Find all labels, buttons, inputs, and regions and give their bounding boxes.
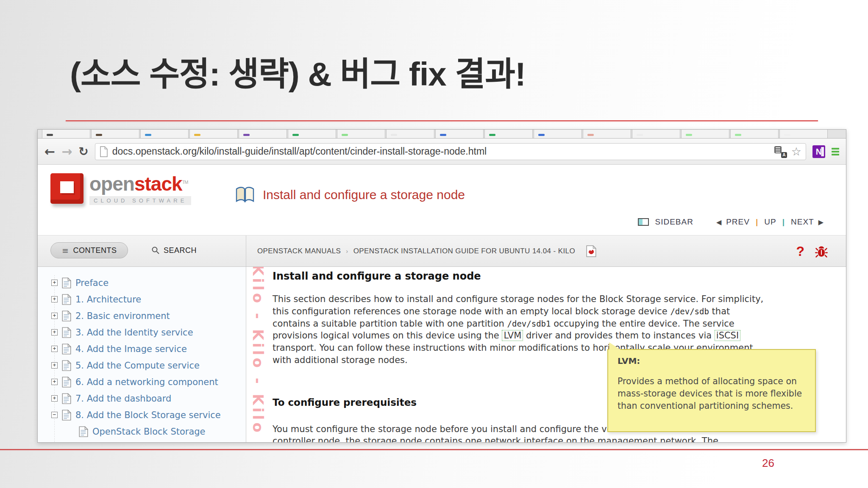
reload-button[interactable]: ↻ xyxy=(78,146,88,158)
tree-item-label[interactable]: 4. Add the Image service xyxy=(75,344,187,354)
doc-nav-links: SIDEBAR ◀PREV | UP | NEXT▶ xyxy=(638,217,824,227)
pdf-icon[interactable] xyxy=(586,245,596,257)
document-icon xyxy=(79,426,88,437)
tab-favicon xyxy=(735,134,741,136)
page-icon xyxy=(100,146,108,157)
document-icon xyxy=(62,344,71,355)
browser-tab[interactable] xyxy=(189,130,238,138)
browser-tab[interactable] xyxy=(730,130,779,138)
tree-expander-icon[interactable]: + xyxy=(51,346,58,352)
tree-expander-icon[interactable]: − xyxy=(51,412,58,418)
browser-tab[interactable] xyxy=(337,130,385,138)
tree-item-label[interactable]: 8. Add the Block Storage service xyxy=(75,410,221,420)
onenote-extension-icon[interactable]: N xyxy=(812,145,825,158)
sidebar-toggle-icon[interactable] xyxy=(638,218,649,226)
address-bar[interactable]: docs.openstack.org/kilo/install-guide/in… xyxy=(95,143,806,160)
logo-tagline: CLOUD SOFTWARE xyxy=(89,196,191,205)
sidebar-tree-item[interactable]: + 6. Add a networking component xyxy=(51,374,246,390)
tab-favicon xyxy=(292,134,299,136)
tree-expander-icon[interactable]: + xyxy=(51,395,58,402)
tree-item-label[interactable]: 5. Add the Compute service xyxy=(75,360,200,371)
sidebar-tree-item[interactable]: + 5. Add the Compute service xyxy=(51,357,246,374)
tree-item-label[interactable]: 3. Add the Identity service xyxy=(75,327,193,338)
breadcrumb-separator-icon: › xyxy=(346,247,348,255)
search-tab[interactable]: SEARCH xyxy=(151,242,197,258)
browser-tab[interactable] xyxy=(42,130,90,138)
browser-tab[interactable] xyxy=(435,130,484,138)
prev-link[interactable]: ◀PREV xyxy=(716,217,750,227)
site-header: openstackTM CLOUD SOFTWARE Install and c… xyxy=(38,165,846,235)
browser-tab[interactable] xyxy=(239,130,287,138)
sidebar-tree-item[interactable]: + 1. Architecture xyxy=(51,291,246,308)
sidebar-tree-item[interactable] xyxy=(68,440,246,443)
sidebar-tree-item[interactable]: + 3. Add the Identity service xyxy=(51,324,246,341)
tree-item-label[interactable]: OpenStack Block Storage xyxy=(92,427,206,437)
browser-tab[interactable] xyxy=(484,130,533,138)
sidebar-tree-item[interactable]: OpenStack Block Storage xyxy=(68,423,246,440)
breadcrumb: OPENSTACK MANUALS › OPENSTACK INSTALLATI… xyxy=(257,245,596,257)
tree-item-label[interactable]: Preface xyxy=(75,278,108,288)
browser-menu-icon[interactable] xyxy=(832,147,839,156)
translate-icon[interactable]: A xyxy=(774,145,787,158)
browser-tab[interactable] xyxy=(91,130,139,138)
document-icon xyxy=(62,410,71,421)
url-text[interactable]: docs.openstack.org/kilo/install-guide/in… xyxy=(112,146,770,157)
content-heading: Install and configure a storage node xyxy=(273,270,773,282)
contents-tab[interactable]: ≡ CONTENTS xyxy=(50,242,128,258)
sidebar-tree-item[interactable]: + 2. Basic environment xyxy=(51,308,246,324)
browser-tab[interactable] xyxy=(779,130,828,138)
openstack-wordmark: openstackTM xyxy=(89,174,191,194)
breadcrumb-guide[interactable]: OPENSTACK INSTALLATION GUIDE FOR UBUNTU … xyxy=(353,247,575,255)
document-icon xyxy=(62,393,71,404)
tab-favicon xyxy=(587,134,594,136)
help-icon[interactable]: ? xyxy=(796,244,804,259)
browser-tab[interactable] xyxy=(681,130,729,138)
sidebar-tree-item[interactable]: + Preface xyxy=(51,274,246,291)
bookmark-star-icon[interactable]: ☆ xyxy=(791,146,801,157)
tree-expander-icon[interactable]: + xyxy=(51,329,58,336)
tree-expander-icon[interactable]: + xyxy=(51,362,58,369)
tree-item-label[interactable]: 7. Add the dashboard xyxy=(75,394,171,404)
sidebar-toggle-label[interactable]: SIDEBAR xyxy=(655,217,693,227)
tab-favicon xyxy=(391,134,397,136)
tab-favicon xyxy=(440,134,446,136)
browser-tab[interactable] xyxy=(386,130,434,138)
document-icon xyxy=(62,360,71,371)
back-button[interactable]: ← xyxy=(45,145,55,158)
document-icon xyxy=(62,277,71,288)
sidebar-tree-item[interactable]: + 7. Add the dashboard xyxy=(51,390,246,407)
sidebar-tree-item[interactable]: + 4. Add the Image service xyxy=(51,341,246,357)
forward-button[interactable]: → xyxy=(61,145,72,158)
browser-toolbar: ← → ↻ docs.openstack.org/kilo/install-gu… xyxy=(38,139,846,165)
browser-window: ← → ↻ docs.openstack.org/kilo/install-gu… xyxy=(37,129,846,443)
document-icon xyxy=(62,311,71,322)
next-link[interactable]: NEXT▶ xyxy=(791,217,824,227)
browser-tab[interactable] xyxy=(288,130,336,138)
nav-separator: | xyxy=(756,217,758,227)
browser-tab[interactable] xyxy=(583,130,631,138)
breadcrumb-manuals[interactable]: OPENSTACK MANUALS xyxy=(257,247,341,255)
contents-label: CONTENTS xyxy=(73,246,117,255)
tree-item-label[interactable]: 1. Architecture xyxy=(75,294,141,305)
tab-favicon xyxy=(342,134,348,136)
browser-tab[interactable] xyxy=(632,130,680,138)
sidebar-tree-item[interactable]: − 8. Add the Block Storage service xyxy=(51,407,246,423)
title-underline xyxy=(66,120,818,121)
report-bug-icon[interactable] xyxy=(815,245,828,258)
slide-title: (소스 수정: 생략) & 버그 fix 결과! xyxy=(70,47,790,95)
book-icon xyxy=(235,186,255,204)
openstack-logo[interactable]: openstackTM CLOUD SOFTWARE xyxy=(50,173,191,205)
browser-tab[interactable] xyxy=(534,130,582,138)
page-title: Install and configure a storage node xyxy=(263,188,465,202)
tree-item-label[interactable]: 2. Basic environment xyxy=(75,311,170,321)
tab-favicon xyxy=(96,134,102,136)
tree-expander-icon[interactable]: + xyxy=(51,280,58,286)
tab-favicon xyxy=(194,134,200,136)
tree-expander-icon[interactable]: + xyxy=(51,379,58,385)
tree-item-label[interactable]: 6. Add a networking component xyxy=(75,377,218,387)
up-link[interactable]: UP xyxy=(764,217,776,227)
tree-expander-icon[interactable]: + xyxy=(51,313,58,319)
tree-expander-icon[interactable]: + xyxy=(51,296,58,302)
browser-tab[interactable] xyxy=(140,130,189,138)
tab-favicon xyxy=(145,134,151,136)
